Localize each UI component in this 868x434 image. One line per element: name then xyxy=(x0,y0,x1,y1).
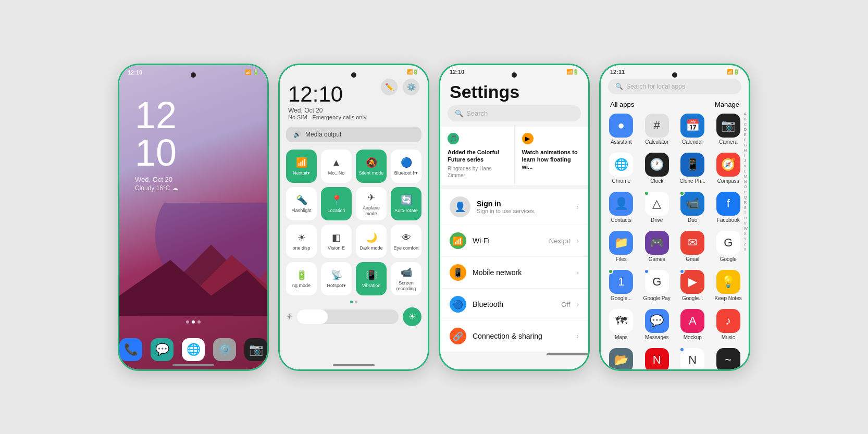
page-dot-1 xyxy=(350,301,353,303)
alpha-S[interactable]: S xyxy=(743,205,748,210)
app-label-Drive: Drive xyxy=(651,217,663,224)
toggle-2[interactable]: 🔕Silent mode xyxy=(356,150,387,183)
toggle-0[interactable]: 📶Nextpit▾ xyxy=(286,150,317,183)
app-search-bar[interactable]: 🔍 Search for local apps xyxy=(608,79,741,94)
app-item-music[interactable]: ♪ Music xyxy=(712,307,745,343)
app-item-calendar[interactable]: 📅 Calendar xyxy=(676,111,709,147)
dock-phone[interactable]: 📞 xyxy=(119,338,142,361)
phone4-status-icons: 📶🔋 xyxy=(727,69,739,75)
app-item-google---[interactable]: ▶ Google... xyxy=(676,268,709,304)
settings-chevron-2: › xyxy=(576,300,579,308)
app-item-gmail[interactable]: ✉ Gmail xyxy=(676,229,709,265)
toggle-5[interactable]: 📍Location xyxy=(321,187,352,220)
alpha-Z[interactable]: Z xyxy=(743,242,748,246)
phone1-time: 12:10 xyxy=(128,69,142,76)
alpha-A[interactable]: A xyxy=(743,111,748,116)
alpha-X[interactable]: X xyxy=(743,231,748,236)
brightness-track[interactable] xyxy=(297,309,399,324)
alpha-K[interactable]: K xyxy=(743,164,748,168)
app-item-compass[interactable]: 🧭 Compass xyxy=(712,151,745,187)
app-item-clock[interactable]: 🕐 Clock xyxy=(641,151,674,187)
alpha-M[interactable]: M xyxy=(743,174,748,179)
toggle-1[interactable]: ▲Mo...No xyxy=(321,150,352,183)
alpha-D[interactable]: D xyxy=(743,127,748,132)
alpha-W[interactable]: W xyxy=(743,226,748,231)
settings-item-mobile-network[interactable]: 📱 Mobile network › xyxy=(440,257,588,289)
phone2-settings-icon[interactable]: ⚙️ xyxy=(403,79,419,95)
toggle-10[interactable]: 🌙Dark mode xyxy=(356,225,387,258)
app-item-contacts[interactable]: 👤 Contacts xyxy=(605,190,638,226)
dock-settings[interactable]: ⚙️ xyxy=(213,338,236,361)
settings-item-connection-&-sharing[interactable]: 🔗 Connection & sharing › xyxy=(440,320,588,352)
alpha-L[interactable]: L xyxy=(743,169,748,173)
app-item-calculator[interactable]: # Calculator xyxy=(641,111,674,147)
alpha-B[interactable]: B xyxy=(743,117,748,121)
toggle-11[interactable]: 👁Eye comfort xyxy=(391,225,421,258)
phone4-app-drawer: 12:11 📶🔋 🔍 Search for local apps All app… xyxy=(601,65,749,369)
alpha-V[interactable]: V xyxy=(743,221,748,226)
alpha-O[interactable]: O xyxy=(743,184,748,189)
toggle-9[interactable]: ◧Vision E xyxy=(321,225,352,258)
phone-2: 📶🔋 12:10 Wed, Oct 20 No SIM - Emergency … xyxy=(278,64,429,371)
alpha-I[interactable]: I xyxy=(743,153,748,158)
app-item-keep-notes[interactable]: 💡 Keep Notes xyxy=(712,268,745,304)
alpha-J[interactable]: J xyxy=(743,158,748,163)
alpha-F[interactable]: F xyxy=(743,138,748,142)
app-item-clone-ph---[interactable]: 📱 Clone Ph... xyxy=(676,151,709,187)
toggle-12[interactable]: 🔋ng mode xyxy=(286,262,317,295)
settings-item-wi-fi[interactable]: 📶 Wi-Fi Nextpit › xyxy=(440,225,588,257)
dock-chrome[interactable]: 🌐 xyxy=(182,338,205,361)
phone2-edit-icon[interactable]: ✏️ xyxy=(381,79,398,95)
toggle-7[interactable]: 🔄Auto-rotate xyxy=(391,187,421,220)
toggle-14[interactable]: 📳Vibration xyxy=(356,262,387,295)
alpha-P[interactable]: P xyxy=(743,190,748,194)
toggle-8[interactable]: ☀one disp xyxy=(286,225,317,258)
brightness-high-icon[interactable]: ☀ xyxy=(403,307,421,326)
alpha-Q[interactable]: Q xyxy=(743,195,748,200)
app-label-Google...: Google... xyxy=(682,295,703,302)
app-item-my-files[interactable]: 📂 My Files xyxy=(605,346,638,371)
alpha-E[interactable]: E xyxy=(743,132,748,137)
app-item-google---[interactable]: 1 Google... xyxy=(605,268,638,304)
app-item-duo[interactable]: 📹 Duo xyxy=(676,190,709,226)
settings-item-bluetooth[interactable]: 🔵 Bluetooth Off › xyxy=(440,289,588,320)
toggle-3[interactable]: 🔵Bluetoot h▾ xyxy=(391,150,421,183)
alpha-U[interactable]: U xyxy=(743,216,748,220)
app-item-files[interactable]: 📁 Files xyxy=(605,229,638,265)
toggle-6[interactable]: ✈Airplane mode xyxy=(356,187,387,220)
alpha-G[interactable]: G xyxy=(743,143,748,147)
reco-card-1[interactable]: 🎵 Added the Colorful Future series Ringt… xyxy=(440,127,515,185)
alpha-Y[interactable]: Y xyxy=(743,237,748,241)
app-item-messages[interactable]: 💬 Messages xyxy=(641,307,674,343)
reco-card-2[interactable]: ▶ Watch animations to learn how floating… xyxy=(515,127,589,185)
alpha-R[interactable]: R xyxy=(743,200,748,205)
app-item-maps[interactable]: 🗺 Maps xyxy=(605,307,638,343)
toggle-15[interactable]: 📹Screen recording xyxy=(391,262,421,295)
alpha-H[interactable]: H xyxy=(743,148,748,153)
phone1-dock: 📞 💬 🌐 ⚙️ 📷 xyxy=(119,338,267,361)
app-item-assistant[interactable]: ● Assistant xyxy=(605,111,638,147)
app-item-drive[interactable]: △ Drive xyxy=(641,190,674,226)
app-item-chrome[interactable]: 🌐 Chrome xyxy=(605,151,638,187)
manage-label[interactable]: Manage xyxy=(715,101,739,108)
settings-search-bar[interactable]: 🔍 Search xyxy=(448,105,581,121)
app-item-google-pay[interactable]: G Google Pay xyxy=(641,268,674,304)
app-item-google[interactable]: G Google xyxy=(712,229,745,265)
toggle-4[interactable]: 🔦Flashlight xyxy=(286,187,317,220)
alpha-C[interactable]: C xyxy=(743,122,748,127)
app-item-camera[interactable]: 📷 Camera xyxy=(712,111,745,147)
app-item-games[interactable]: 🎮 Games xyxy=(641,229,674,265)
app-item-netflix[interactable]: N Netflix xyxy=(641,346,674,371)
settings-signin[interactable]: 👤 Sign in Sign in to use services. › xyxy=(440,189,588,225)
dock-messages[interactable]: 💬 xyxy=(151,338,173,361)
phone2-media-bar[interactable]: 🔊 Media output xyxy=(286,127,421,142)
alpha-#[interactable]: # xyxy=(743,247,748,252)
app-item-facebook[interactable]: f Facebook xyxy=(712,190,745,226)
alpha-T[interactable]: T xyxy=(743,210,748,215)
app-item-o-relax[interactable]: ~ O Relax xyxy=(712,346,745,371)
alpha-N[interactable]: N xyxy=(743,179,748,184)
toggle-13[interactable]: 📡Hotspot▾ xyxy=(321,262,352,295)
dock-camera[interactable]: 📷 xyxy=(244,338,267,361)
app-item-mockup[interactable]: A Mockup xyxy=(676,307,709,343)
app-item-news[interactable]: N News xyxy=(676,346,709,371)
